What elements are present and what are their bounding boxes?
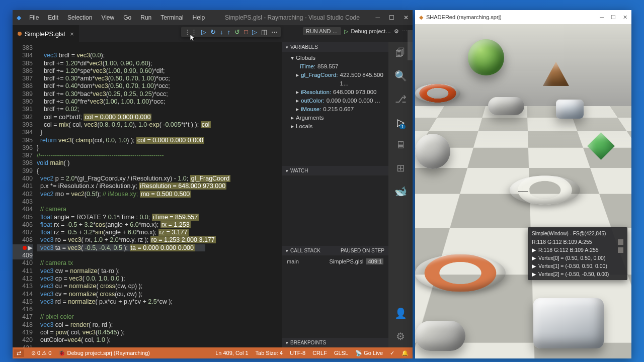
- remote-indicator[interactable]: ⇄: [14, 349, 24, 357]
- render-viewport[interactable]: Simple(Window) - FS@(422,845) R:118 G:11…: [415, 24, 631, 358]
- var-imouse[interactable]: ▸ iMouse: 0.215 0.667: [291, 105, 388, 114]
- debug-icon[interactable]: ▷1: [397, 116, 405, 128]
- vscode-logo: ◆: [17, 14, 21, 21]
- menu-view[interactable]: View: [97, 12, 118, 23]
- pixel-inspect-overlay[interactable]: Simple(Window) - FS@(422,845) R:118 G:11…: [528, 227, 627, 280]
- tab-label: SimplePS.glsl: [25, 30, 65, 38]
- scope-arguments[interactable]: ▸ Arguments: [291, 114, 388, 122]
- docker-icon[interactable]: 🐋: [394, 185, 407, 197]
- eol[interactable]: CRLF: [312, 350, 327, 356]
- file-icon: [18, 32, 22, 36]
- language[interactable]: GLSL: [334, 350, 348, 356]
- overlay-row: ▶Vertex[1] = (-0.50, 0.50, 0.00): [528, 262, 627, 270]
- watch-header[interactable]: ▾WATCH: [282, 166, 388, 175]
- tab-size[interactable]: Tab Size: 4: [256, 350, 283, 356]
- obj-torus-red: [415, 84, 460, 103]
- scope-locals[interactable]: ▸ Locals: [291, 122, 388, 131]
- obj-capsule: [488, 97, 524, 115]
- stack-frame[interactable]: main SimplePS.glsl 409:1: [287, 257, 383, 265]
- status-bar: ⇄ ⊘ 0 ⚠ 0 🐞 Debug project.sprj (Raymarch…: [13, 347, 413, 358]
- obj-cactus: [468, 39, 504, 75]
- obj-roundbox: [556, 100, 584, 119]
- callstack-header[interactable]: ▾CALL STACKPAUSED ON STEP: [282, 246, 388, 255]
- overlay-row: R:118 G:112 B:109 A:255: [528, 238, 627, 246]
- go-live[interactable]: 📡 Go Live: [355, 350, 383, 356]
- more-icon[interactable]: ⋯: [271, 28, 278, 36]
- run-dropdown[interactable]: RUN AND …: [303, 27, 341, 35]
- menu-file[interactable]: File: [25, 12, 43, 23]
- overlay-row: ▶R:118 G:112 B:109 A:255: [528, 246, 627, 254]
- breakpoints-header[interactable]: ▾BREAKPOINTS: [282, 338, 388, 347]
- debug-config[interactable]: Debug project…: [351, 28, 391, 34]
- close-icon[interactable]: ✕: [623, 14, 627, 21]
- obj-roundbox2: [533, 298, 604, 348]
- scm-icon[interactable]: ⎇: [395, 93, 407, 105]
- obj-capsule2: [415, 321, 465, 351]
- bell-icon[interactable]: 🔔: [401, 350, 409, 356]
- var-itime[interactable]: iTime: 859.557: [291, 62, 388, 71]
- stop-icon[interactable]: □: [244, 28, 248, 36]
- drag-handle-icon[interactable]: ⋮⋮: [184, 28, 197, 36]
- maximize-icon[interactable]: ☐: [389, 14, 394, 21]
- continue-icon[interactable]: ▷: [201, 28, 206, 36]
- remote-icon[interactable]: 🖥: [395, 139, 406, 151]
- debug-toolbar: ⋮⋮ ▷ ↻ ↓ ↑ ↺ □ ▷ ◫ ⋯: [181, 27, 281, 37]
- var-outcolor[interactable]: ▸ outColor: 0.000 0.000 0.000 …: [291, 97, 388, 105]
- step-into-icon[interactable]: ↓: [220, 28, 223, 36]
- play-icon[interactable]: ▷: [344, 28, 348, 35]
- close-icon[interactable]: ✕: [404, 14, 409, 21]
- overlay-row: ▶Vertex[0] = (0.50, 0.50, 0.00): [528, 254, 627, 262]
- run-icon[interactable]: ▷: [252, 28, 257, 36]
- line-gutter: 3833843853863873883893903913923933943953…: [13, 42, 37, 347]
- minimize-icon[interactable]: ─: [375, 14, 380, 21]
- search-icon[interactable]: 🔍: [394, 70, 407, 82]
- step-out-icon[interactable]: ↑: [227, 28, 231, 36]
- menu-go[interactable]: Go: [119, 12, 135, 23]
- window-title: SimplePS.glsl - Raymarching - Visual Stu…: [209, 14, 375, 21]
- split-icon[interactable]: ◫: [261, 28, 267, 36]
- menu-help[interactable]: Help: [189, 12, 209, 23]
- menu-selection[interactable]: Selection: [63, 12, 96, 23]
- more-icon[interactable]: ⋯: [402, 28, 408, 35]
- cursor-pos[interactable]: Ln 409, Col 1: [215, 350, 248, 356]
- problems[interactable]: ⊘ 0 ⚠ 0: [31, 350, 51, 356]
- files-icon[interactable]: 🗐: [395, 47, 406, 59]
- scope-globals[interactable]: ▾ Globals: [291, 54, 388, 62]
- minimize-icon[interactable]: ─: [600, 14, 604, 21]
- extensions-icon[interactable]: ⊞: [396, 162, 405, 174]
- activity-bar: 🗐 🔍 ⎇ ▷1 🖥 ⊞ 🐋 👤 ⚙: [388, 42, 413, 347]
- crosshair-icon: [518, 187, 528, 197]
- shadered-icon: ◆: [419, 14, 423, 21]
- settings-icon[interactable]: ⚙: [396, 330, 405, 342]
- gear-icon[interactable]: ⚙: [394, 28, 399, 35]
- restart-icon[interactable]: ↺: [234, 28, 240, 36]
- menu-bar: File Edit Selection View Go Run Terminal…: [25, 12, 209, 23]
- tab-simpleps[interactable]: SimplePS.glsl ×: [13, 25, 79, 42]
- shadered-title: SHADERed (raymarching.sprj): [426, 14, 502, 20]
- prettier-icon[interactable]: ✓: [390, 350, 394, 356]
- debug-sidebar: ▾VARIABLES ▾ Globals iTime: 859.557 ▸ gl…: [282, 42, 388, 347]
- debug-target[interactable]: 🐞 Debug project.sprj (Raymarching): [58, 350, 150, 356]
- overlay-row: ▶Vertex[2] = (-0.50, -0.50, 0.00): [528, 270, 627, 278]
- var-fragcoord[interactable]: ▸ gl_FragCoord: 422.500 845.500 1…: [291, 71, 388, 88]
- variables-header[interactable]: ▾VARIABLES: [282, 42, 388, 52]
- var-iresolution[interactable]: ▸ iResolution: 648.000 973.000: [291, 88, 388, 97]
- obj-torus-orange: [415, 254, 506, 292]
- maximize-icon[interactable]: ☐: [611, 14, 616, 21]
- obj-sphere: [415, 134, 450, 169]
- menu-terminal[interactable]: Terminal: [156, 12, 187, 23]
- encoding[interactable]: UTF-8: [290, 350, 305, 356]
- overlay-title: Simple(Window) - FS@(422,845): [528, 229, 627, 238]
- menu-edit[interactable]: Edit: [44, 12, 62, 23]
- menu-run[interactable]: Run: [136, 12, 155, 23]
- step-over-icon[interactable]: ↻: [210, 28, 216, 36]
- code-editor[interactable]: 3833843853863873883893903913923933943953…: [13, 42, 282, 347]
- code-content[interactable]: vec3 brdf = vec3(0.0); brdf += 1.20*dif*…: [37, 42, 282, 347]
- account-icon[interactable]: 👤: [394, 307, 407, 319]
- tab-close-icon[interactable]: ×: [70, 30, 74, 38]
